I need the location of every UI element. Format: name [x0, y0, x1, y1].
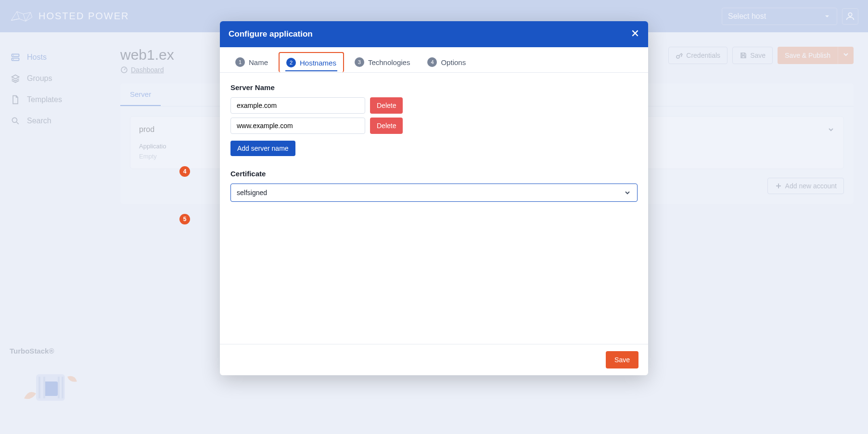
configure-application-modal: Configure application 1 Name 2 Hostnames… — [220, 21, 648, 375]
modal-body: Server Name Delete Delete Add server nam… — [220, 73, 648, 344]
modal-header: Configure application — [220, 21, 648, 47]
step-number: 4 — [427, 57, 437, 67]
server-name-input[interactable] — [230, 118, 365, 134]
certificate-value: selfsigned — [237, 189, 267, 197]
step-label: Name — [249, 58, 268, 66]
certificate-label: Certificate — [230, 170, 638, 178]
modal-tab-hostnames[interactable]: 2 Hostnames — [279, 52, 344, 72]
modal-tab-name[interactable]: 1 Name — [229, 52, 275, 72]
close-icon — [631, 29, 639, 38]
modal-footer: Save — [220, 344, 648, 375]
annotation-marker-4: 4 — [179, 166, 190, 177]
server-name-row: Delete — [230, 118, 638, 134]
chevron-down-icon — [624, 189, 631, 197]
step-number: 2 — [286, 58, 296, 67]
modal-title: Configure application — [229, 29, 313, 39]
modal-tab-options[interactable]: 4 Options — [421, 52, 472, 72]
modal-tabs: 1 Name 2 Hostnames 3 Technologies 4 Opti… — [220, 47, 648, 73]
modal-save-button[interactable]: Save — [606, 351, 638, 368]
step-label: Technologies — [368, 58, 410, 66]
certificate-select[interactable]: selfsigned — [230, 184, 638, 202]
delete-server-button[interactable]: Delete — [370, 97, 403, 114]
server-name-label: Server Name — [230, 83, 638, 92]
modal-close-button[interactable] — [631, 28, 639, 40]
step-number: 3 — [355, 57, 364, 67]
modal-tab-technologies[interactable]: 3 Technologies — [348, 52, 417, 72]
server-name-row: Delete — [230, 97, 638, 114]
annotation-marker-5: 5 — [179, 214, 190, 224]
delete-server-button[interactable]: Delete — [370, 118, 403, 134]
step-label: Options — [441, 58, 466, 66]
server-name-input[interactable] — [230, 97, 365, 114]
step-number: 1 — [235, 57, 245, 67]
step-label: Hostnames — [300, 59, 336, 67]
add-server-name-button[interactable]: Add server name — [230, 141, 295, 156]
